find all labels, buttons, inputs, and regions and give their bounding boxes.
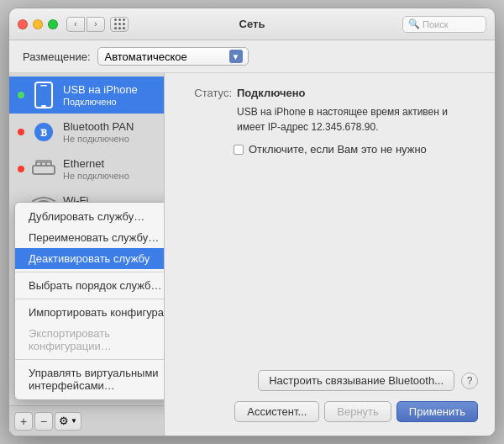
- dropdown-menu: Дублировать службу… Переименовать службу…: [14, 202, 165, 400]
- traffic-lights: [18, 19, 58, 29]
- select-arrow-icon: ▼: [229, 50, 243, 63]
- revert-button[interactable]: Вернуть: [324, 401, 391, 422]
- search-placeholder: Поиск: [423, 19, 448, 29]
- right-bottom: Настроить связывание Bluetooth... ? Асси…: [181, 370, 478, 422]
- sidebar-item-ethernet-status: Не подключено: [63, 171, 155, 181]
- status-label: Статус:: [181, 87, 232, 99]
- status-description: USB на iPhone в настоящее время активен …: [237, 104, 478, 135]
- maximize-button[interactable]: [48, 19, 58, 29]
- sidebar-item-bluetooth-text: Bluetooth PAN Не подключено: [63, 120, 155, 144]
- status-value: Подключено: [237, 87, 305, 99]
- svg-rect-1: [40, 85, 47, 87]
- sidebar-item-bluetooth[interactable]: ʙ Bluetooth PAN Не подключено: [9, 114, 164, 151]
- sidebar-item-ethernet-text: Ethernet Не подключено: [63, 157, 155, 181]
- svg-rect-2: [41, 105, 46, 107]
- sidebar-item-usb-status: Подключено: [63, 97, 155, 107]
- menu-separator-3: [15, 359, 165, 360]
- checkbox-row: Отключите, если Вам это не нужно: [234, 143, 478, 156]
- sidebar-bottom: + − ⚙ ▼ Дублировать службу… Переименоват…: [9, 405, 164, 436]
- bluetooth-settings-button[interactable]: Настроить связывание Bluetooth...: [258, 370, 454, 391]
- menu-item-export: Экспортировать конфигурации…: [15, 323, 165, 357]
- close-button[interactable]: [18, 19, 28, 29]
- main-window: ‹ › Сеть 🔍 Поиск Размещение: Автоматичес…: [8, 8, 496, 436]
- ethernet-icon: [31, 156, 56, 182]
- svg-text:ʙ: ʙ: [40, 126, 47, 139]
- status-dot-usb: [18, 92, 24, 98]
- sidebar-item-usb-text: USB на iPhone Подключено: [63, 83, 155, 107]
- menu-item-manage[interactable]: Управлять виртуальными интерфейсами…: [15, 362, 165, 396]
- status-row: Статус: Подключено: [181, 87, 478, 99]
- checkbox-label: Отключите, если Вам это не нужно: [249, 143, 427, 156]
- main-content: USB на iPhone Подключено ʙ Bluetooth P: [9, 73, 495, 436]
- status-dot-bluetooth: [18, 129, 24, 135]
- action-row: Ассистент... Вернуть Применить: [181, 401, 478, 422]
- sidebar-item-usb[interactable]: USB на iPhone Подключено: [9, 77, 164, 114]
- forward-button[interactable]: ›: [87, 17, 105, 32]
- svg-rect-5: [33, 166, 55, 174]
- usb-icon: [31, 82, 56, 108]
- sidebar-item-usb-name: USB на iPhone: [63, 83, 155, 96]
- sidebar-item-bluetooth-status: Не подключено: [63, 134, 155, 144]
- menu-item-order[interactable]: Выбрать порядок служб…: [15, 275, 165, 296]
- gear-icon: ⚙: [59, 415, 69, 427]
- sidebar-item-ethernet-name: Ethernet: [63, 157, 155, 170]
- svg-rect-10: [36, 161, 51, 162]
- menu-item-duplicate[interactable]: Дублировать службу…: [15, 206, 165, 227]
- gear-arrow-icon: ▼: [71, 417, 77, 425]
- menu-separator-1: [15, 272, 165, 272]
- sidebar-item-ethernet[interactable]: Ethernet Не подключено: [9, 151, 164, 188]
- window-title: Сеть: [239, 18, 265, 30]
- placement-value: Автоматическое: [105, 50, 224, 63]
- menu-item-deactivate[interactable]: Деактивировать службу: [15, 248, 165, 269]
- toolbar: Размещение: Автоматическое ▼: [9, 40, 495, 73]
- bluetooth-row: Настроить связывание Bluetooth... ?: [181, 370, 478, 391]
- sidebar-item-bluetooth-name: Bluetooth PAN: [63, 120, 155, 133]
- search-box[interactable]: 🔍 Поиск: [402, 16, 486, 33]
- status-dot-ethernet: [18, 166, 24, 172]
- right-panel: Статус: Подключено USB на iPhone в насто…: [165, 73, 495, 436]
- apps-button[interactable]: [110, 17, 129, 32]
- menu-item-import[interactable]: Импортировать конфигурации…: [15, 302, 165, 323]
- apply-button[interactable]: Применить: [396, 401, 478, 422]
- back-button[interactable]: ‹: [66, 17, 85, 32]
- disconnect-checkbox[interactable]: [234, 145, 244, 155]
- menu-item-rename[interactable]: Переименовать службу…: [15, 227, 165, 248]
- bluetooth-icon: ʙ: [31, 119, 56, 145]
- nav-buttons: ‹ ›: [66, 17, 105, 32]
- gear-menu-button[interactable]: ⚙ ▼: [55, 412, 81, 431]
- placement-select[interactable]: Автоматическое ▼: [97, 47, 249, 66]
- help-button[interactable]: ?: [461, 373, 478, 389]
- menu-separator-2: [15, 299, 165, 299]
- sidebar: USB на iPhone Подключено ʙ Bluetooth P: [9, 73, 165, 436]
- remove-service-button[interactable]: −: [34, 412, 53, 431]
- search-icon: 🔍: [408, 18, 420, 29]
- add-service-button[interactable]: +: [14, 412, 33, 431]
- apps-grid-icon: [114, 18, 125, 29]
- assistant-button[interactable]: Ассистент...: [234, 401, 319, 422]
- minimize-button[interactable]: [33, 19, 43, 29]
- status-section: Статус: Подключено USB на iPhone в насто…: [181, 87, 478, 156]
- placement-label: Размещение:: [23, 50, 91, 63]
- titlebar: ‹ › Сеть 🔍 Поиск: [9, 8, 495, 40]
